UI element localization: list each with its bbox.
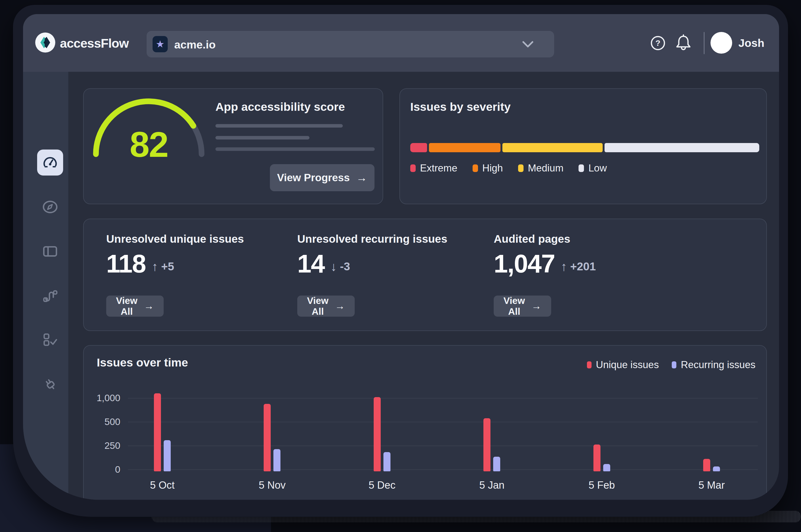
bar-unique-5-dec [374,397,381,471]
legend-swatch-extreme [410,165,416,172]
project-name: acme.io [174,38,216,51]
layout-panel-icon [42,243,58,260]
gridline-1,000 [128,398,758,398]
header-divider [704,32,705,54]
bar-unique-5-feb [593,444,600,471]
view-progress-button[interactable]: View Progress → [270,164,374,191]
accessibility-score-card: 82 App accessibility score View Progress… [83,88,383,204]
severity-legend: Extreme High Medium Low [410,163,607,174]
view-all-recurring-button[interactable]: View All → [297,296,355,317]
sidebar-item-flows[interactable] [37,283,63,309]
severity-segment-low [604,143,759,152]
bar-recurring-5-feb [603,464,610,471]
severity-card-title: Issues by severity [410,100,511,114]
severity-segment-high [429,143,501,152]
sidebar-item-dashboard[interactable] [37,150,63,175]
brand-logo [35,33,55,53]
grid-check-icon [42,331,58,348]
severity-segment-medium [502,143,603,152]
bar-unique-5-oct [154,393,161,471]
stat-label: Audited pages [494,233,570,245]
bar-unique-5-nov [264,404,271,471]
score-card-title: App accessibility score [216,100,345,114]
sidebar-item-integrations[interactable] [37,371,63,397]
bar-chart-plot: 02505001,0005 Oct5 Nov5 Dec5 Jan5 Feb5 M… [128,388,758,472]
x-axis-label: 5 Feb [572,479,632,491]
bar-unique-5-jan [483,418,490,471]
bar-recurring-5-nov [274,449,280,471]
y-axis-tick: 0 [115,464,120,475]
bar-recurring-5-jan [493,457,500,471]
legend-item: Recurring issues [672,359,756,370]
compass-icon [42,198,58,215]
app-surface: accessFlow ★ acme.io ? Josh [23,14,779,500]
skeleton-line [216,124,343,128]
plug-icon [42,376,58,393]
bar-recurring-5-mar [713,467,720,471]
severity-stacked-bar [410,143,759,152]
view-all-pages-button[interactable]: View All → [494,296,551,317]
legend-item: High [472,163,503,174]
chevron-down-icon [521,39,535,49]
project-selector[interactable]: ★ acme.io [147,31,554,57]
sidebar-item-pages[interactable] [37,239,63,264]
sidebar-item-explore[interactable] [37,194,63,220]
arrow-down-icon: ↓ [331,259,337,274]
stat-delta: ↓ -3 [331,259,350,277]
arrow-right-icon: → [356,171,368,184]
x-axis-label: 5 Jan [462,479,522,491]
stats-card: Unresolved unique issues 118 ↑ +5 View A… [83,218,767,331]
x-axis-label: 5 Oct [132,479,192,491]
stat-value: 14 [297,251,324,277]
skeleton-line [216,136,310,139]
y-axis-tick: 250 [105,440,120,451]
x-axis-label: 5 Nov [242,479,302,491]
y-axis-tick: 1,000 [96,393,120,403]
legend-item: Low [579,163,607,174]
help-button[interactable]: ? [650,35,666,51]
bell-icon [674,34,692,53]
accessflow-logo-icon [39,36,51,49]
severity-segment-extreme [410,143,427,152]
sidebar-item-audits[interactable] [37,327,63,353]
score-value: 82 [89,127,208,163]
chart-legend: Unique issues Recurring issues [587,359,756,370]
legend-swatch-recurring-issues [672,361,676,368]
gridline-0 [128,470,758,470]
x-axis-label: 5 Mar [682,479,741,491]
legend-swatch-unique-issues [587,361,592,368]
top-bar: accessFlow ★ acme.io ? Josh [23,14,779,72]
issues-by-severity-card: Issues by severity Extreme High Medium L [399,88,767,204]
legend-swatch-low [579,165,584,172]
view-all-unique-button[interactable]: View All → [106,296,164,317]
gridline-500 [128,422,758,422]
y-axis-tick: 500 [105,416,120,427]
arrow-right-icon: → [335,300,345,312]
arrow-up-icon: ↑ [561,259,567,274]
bar-recurring-5-dec [384,452,390,471]
legend-item: Medium [518,163,564,174]
sidebar [23,72,68,500]
issues-over-time-card: Issues over time Unique issues Recurring… [83,345,767,500]
skeleton-line [216,147,375,151]
stat-value: 118 [106,251,146,277]
brand-name: accessFlow [60,36,129,51]
legend-swatch-medium [518,165,523,172]
project-star-icon: ★ [152,36,168,52]
route-icon [42,287,58,304]
arrow-up-icon: ↑ [152,259,158,274]
arrow-right-icon: → [532,300,541,312]
legend-item: Unique issues [587,359,659,370]
legend-swatch-high [472,165,478,172]
chart-title: Issues over time [97,356,188,369]
stat-delta: ↑ +5 [152,259,174,277]
speedometer-icon [42,154,58,171]
x-axis-label: 5 Dec [352,479,412,491]
user-name[interactable]: Josh [739,37,764,50]
bar-recurring-5-oct [164,440,171,471]
avatar[interactable] [710,32,732,54]
app-window: accessFlow ★ acme.io ? Josh [13,5,788,517]
stat-label: Unresolved recurring issues [297,233,447,245]
arrow-right-icon: → [144,300,154,312]
notifications-button[interactable] [674,34,692,53]
